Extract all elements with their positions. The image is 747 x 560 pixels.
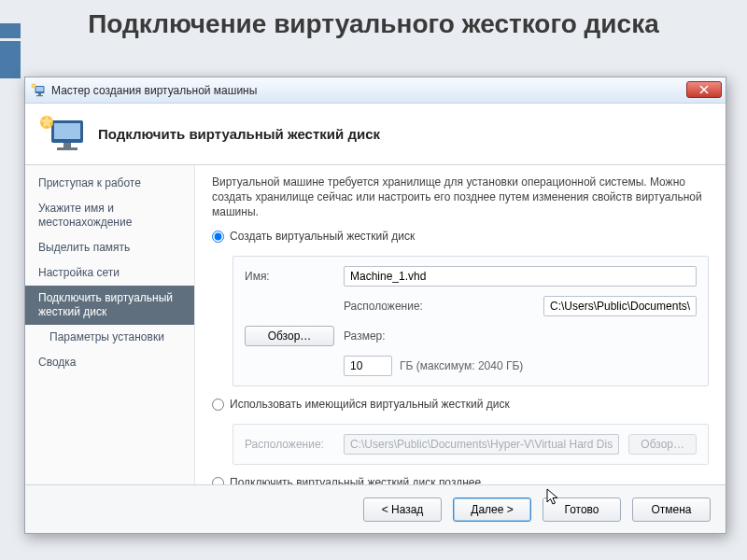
- svg-rect-6: [54, 123, 80, 139]
- wizard-header-icon: [38, 113, 87, 156]
- nav-step-name[interactable]: Укажите имя и местонахождение: [25, 196, 194, 235]
- wizard-header: Подключить виртуальный жесткий диск: [25, 104, 726, 165]
- finish-button[interactable]: Готово: [543, 497, 621, 522]
- option-create-label: Создать виртуальный жесткий диск: [230, 230, 415, 243]
- svg-rect-3: [36, 95, 43, 96]
- content-description: Виртуальной машине требуется хранилище д…: [212, 175, 709, 220]
- radio-create[interactable]: [212, 231, 224, 243]
- close-icon: [699, 85, 709, 94]
- svg-rect-1: [36, 87, 44, 91]
- option-create[interactable]: Создать виртуальный жесткий диск: [212, 230, 709, 243]
- back-button[interactable]: < Назад: [363, 497, 442, 522]
- browse-button[interactable]: Обзор…: [245, 326, 334, 346]
- slide-accent: [0, 23, 21, 38]
- window-title: Мастер создания виртуальной машины: [51, 84, 257, 97]
- use-subform: Расположение: Обзор…: [233, 424, 709, 465]
- location-label: Расположение:: [344, 300, 534, 313]
- nav-step-summary[interactable]: Сводка: [25, 350, 194, 375]
- nav-step-vhd[interactable]: Подключить виртуальный жесткий диск: [25, 286, 194, 325]
- app-icon: [31, 83, 46, 98]
- slide-title: Подключение виртуального жесткого диска: [0, 0, 747, 47]
- nav-step-network[interactable]: Настройка сети: [25, 260, 194, 286]
- wizard-footer: < Назад Далее > Готово Отмена: [25, 484, 726, 533]
- use-browse-button: Обзор…: [628, 434, 697, 455]
- option-use-existing[interactable]: Использовать имеющийся виртуальный жестк…: [212, 398, 709, 411]
- nav-step-start[interactable]: Приступая к работе: [25, 171, 194, 196]
- nav-step-install[interactable]: Параметры установки: [25, 325, 194, 350]
- size-unit: ГБ (максимум: 2040 ГБ): [400, 359, 523, 372]
- wizard-content: Виртуальной машине требуется хранилище д…: [195, 165, 726, 484]
- option-use-existing-label: Использовать имеющийся виртуальный жестк…: [230, 398, 510, 411]
- slide-accent: [0, 41, 21, 78]
- use-location-input: [344, 434, 619, 455]
- name-input[interactable]: [344, 266, 697, 287]
- size-input[interactable]: [344, 356, 392, 376]
- wizard-body: Приступая к работе Укажите имя и местона…: [25, 165, 726, 484]
- create-subform: Имя: Расположение: Обзор… Размер: ГБ (ма…: [233, 256, 709, 386]
- next-button[interactable]: Далее >: [453, 497, 531, 522]
- close-button[interactable]: [686, 81, 722, 98]
- wizard-nav: Приступая к работе Укажите имя и местона…: [25, 165, 195, 484]
- radio-use-existing[interactable]: [212, 399, 224, 411]
- svg-rect-7: [63, 143, 71, 147]
- use-location-label: Расположение:: [245, 438, 334, 451]
- wizard-header-title: Подключить виртуальный жесткий диск: [98, 126, 380, 142]
- svg-rect-2: [38, 93, 41, 95]
- size-label: Размер:: [344, 329, 534, 343]
- nav-step-memory[interactable]: Выделить память: [25, 235, 194, 260]
- wizard-window: Мастер создания виртуальной машины Подкл…: [24, 77, 726, 534]
- name-label: Имя:: [245, 270, 334, 283]
- svg-rect-8: [57, 147, 78, 150]
- location-input[interactable]: [543, 296, 697, 316]
- window-titlebar: Мастер создания виртуальной машины: [25, 77, 726, 104]
- cancel-button[interactable]: Отмена: [632, 497, 711, 522]
